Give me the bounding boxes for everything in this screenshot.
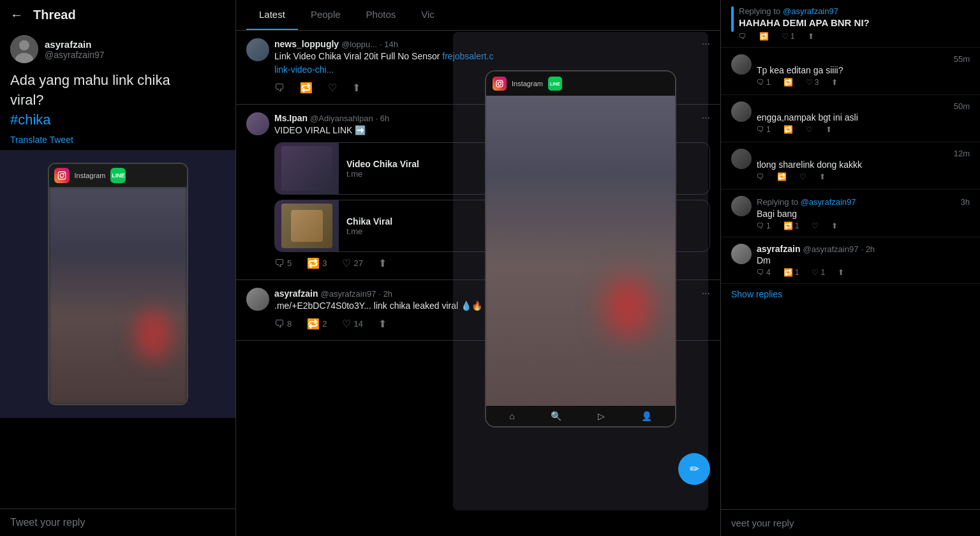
retweet-action[interactable]: 🔁 bbox=[300, 82, 313, 94]
svg-point-7 bbox=[498, 82, 501, 86]
retweet-btn-3[interactable]: 🔁 bbox=[777, 172, 787, 181]
instagram-label: Instagram bbox=[75, 172, 106, 179]
reply-header-2: 50m engga,nampak bgt ini asli 🗨1 🔁 ♡ ⬆ bbox=[731, 101, 970, 134]
translate-link[interactable]: Translate Tweet bbox=[0, 135, 235, 150]
like-action[interactable]: ♡27 bbox=[342, 257, 362, 269]
home-icon[interactable]: ⌂ bbox=[509, 411, 514, 421]
share-icon-2: ⬆ bbox=[826, 125, 832, 134]
replying-handle-4[interactable]: @asyrafzain97 bbox=[801, 197, 856, 207]
reply-item: asyrafzain @asyrafzain97 · 2h Dm 🗨4 🔁1 ♡… bbox=[721, 237, 980, 284]
share-icon: ⬆ bbox=[378, 318, 387, 330]
reply-item: 50m engga,nampak bgt ini asli 🗨1 🔁 ♡ ⬆ bbox=[721, 95, 980, 142]
reply-name-5: asyrafzain bbox=[757, 244, 800, 254]
share-action[interactable]: ⬆ bbox=[378, 257, 387, 269]
retweet-action[interactable]: 🔁3 bbox=[307, 257, 327, 269]
like-btn-1[interactable]: ♡3 bbox=[806, 78, 819, 87]
reply-btn-0[interactable]: 🗨 bbox=[739, 32, 746, 41]
share-btn-4[interactable]: ⬆ bbox=[831, 221, 838, 230]
retweet-btn-1[interactable]: 🔁 bbox=[783, 78, 793, 87]
reply-actions-2: 🗨1 🔁 ♡ ⬆ bbox=[757, 125, 970, 134]
author-name: asyrafzain bbox=[45, 39, 105, 50]
reply-btn-2[interactable]: 🗨1 bbox=[757, 125, 771, 134]
reply-icon: 🗨 bbox=[274, 318, 285, 330]
like-action[interactable]: ♡14 bbox=[342, 318, 362, 330]
thread-line bbox=[731, 6, 734, 32]
reply-icon-5: 🗨 bbox=[757, 268, 764, 277]
tab-latest[interactable]: Latest bbox=[246, 0, 298, 30]
reply-btn-5[interactable]: 🗨4 bbox=[757, 268, 771, 277]
like-btn-4[interactable]: ♡ bbox=[812, 221, 819, 230]
like-btn-2[interactable]: ♡ bbox=[806, 125, 813, 134]
reply-item: Replying to @asyrafzain97 HAHAHA DEMI AP… bbox=[721, 0, 980, 48]
share-btn-1[interactable]: ⬆ bbox=[831, 78, 838, 87]
like-btn-3[interactable]: ♡ bbox=[799, 172, 806, 181]
play-icon[interactable]: ▷ bbox=[598, 411, 605, 421]
heart-icon: ♡ bbox=[328, 82, 337, 94]
search-icon[interactable]: 🔍 bbox=[551, 411, 561, 421]
share-action[interactable]: ⬆ bbox=[378, 318, 387, 330]
reply-btn-4[interactable]: 🗨1 bbox=[757, 221, 771, 230]
like-btn-5[interactable]: ♡1 bbox=[812, 268, 825, 277]
share-btn-0[interactable]: ⬆ bbox=[808, 32, 814, 41]
reply-placeholder[interactable]: Tweet your reply bbox=[10, 517, 85, 528]
tweet-handle: @Adiyansahlpan bbox=[310, 114, 373, 123]
media-thumb-2 bbox=[275, 200, 339, 251]
tab-vic[interactable]: Vic bbox=[408, 0, 447, 30]
reply-text-3: tlong sharelink dong kakkk bbox=[757, 160, 970, 170]
reply-action[interactable]: 🗨8 bbox=[274, 318, 292, 330]
show-replies-button[interactable]: Show replies bbox=[721, 284, 980, 304]
tweet-hashtag[interactable]: #chika bbox=[10, 112, 51, 128]
reply-btn-3[interactable]: 🗨 bbox=[757, 172, 764, 181]
reply-avatar-4 bbox=[731, 196, 752, 216]
retweet-btn-4[interactable]: 🔁1 bbox=[783, 221, 799, 230]
retweet-icon-5: 🔁 bbox=[783, 268, 793, 277]
reply-time-1: 55m bbox=[954, 54, 970, 64]
reply-text-0: HAHAHA DEMI APA BNR NI? bbox=[739, 17, 970, 28]
reply-time-5: · 2h bbox=[861, 244, 875, 254]
retweet-btn-5[interactable]: 🔁1 bbox=[783, 268, 799, 277]
back-button[interactable]: ← bbox=[10, 8, 23, 22]
line-icon-overlay: LINE bbox=[548, 77, 562, 91]
tab-people[interactable]: People bbox=[298, 0, 353, 30]
replying-to-label: Replying to bbox=[739, 6, 780, 16]
compose-fab[interactable]: ✏ bbox=[678, 453, 710, 485]
reply-icon-4: 🗨 bbox=[757, 221, 764, 230]
reply-action[interactable]: 🗨 bbox=[274, 82, 285, 94]
reply-text-1: Tp kea editan ga siiii? bbox=[757, 65, 970, 75]
share-btn-3[interactable]: ⬆ bbox=[819, 172, 826, 181]
retweet-icon-4: 🔁 bbox=[783, 221, 793, 230]
svg-rect-6 bbox=[496, 80, 503, 87]
tweet-author-row: asyrafzain @asyrafzain97 bbox=[0, 30, 235, 68]
tab-photos[interactable]: Photos bbox=[353, 0, 409, 30]
instagram-icon bbox=[54, 168, 70, 183]
reply-btn-1[interactable]: 🗨1 bbox=[757, 78, 771, 87]
tweet-text-line2: viral? bbox=[10, 92, 44, 108]
overlay-phone-content bbox=[486, 96, 675, 406]
tweet-link-url[interactable]: link-video-chi... bbox=[274, 64, 334, 75]
tweet-time: · 6h bbox=[376, 114, 390, 123]
retweet-btn-2[interactable]: 🔁 bbox=[783, 125, 793, 134]
share-icon-3: ⬆ bbox=[819, 172, 826, 181]
reply-item: Replying to @asyrafzain97 3h Bagi bang 🗨… bbox=[721, 190, 980, 237]
replying-to-handle[interactable]: @asyrafzain97 bbox=[783, 6, 838, 16]
profile-icon[interactable]: 👤 bbox=[641, 411, 652, 421]
reply-avatar-1 bbox=[731, 54, 752, 75]
ig-label-overlay: Instagram bbox=[512, 80, 543, 87]
reply-header-3: 12m tlong sharelink dong kakkk 🗨 🔁 ♡ ⬆ bbox=[731, 149, 970, 181]
reply-action[interactable]: 🗨5 bbox=[274, 258, 292, 269]
share-btn-2[interactable]: ⬆ bbox=[826, 125, 832, 134]
heart-icon-2: ♡ bbox=[806, 125, 813, 134]
tweet-handle: @asyrafzain97 bbox=[320, 289, 376, 299]
share-btn-5[interactable]: ⬆ bbox=[838, 268, 844, 277]
retweet-btn-0[interactable]: 🔁 bbox=[759, 32, 769, 41]
avatar-svg bbox=[10, 35, 38, 63]
share-action[interactable]: ⬆ bbox=[352, 82, 360, 94]
reply-input-bar: Tweet your reply bbox=[0, 509, 235, 536]
left-header: ← Thread bbox=[0, 0, 235, 30]
retweet-action[interactable]: 🔁2 bbox=[307, 318, 327, 330]
heart-icon-3: ♡ bbox=[799, 172, 806, 181]
reply-handle-5: @asyrafzain97 bbox=[803, 244, 858, 254]
like-action[interactable]: ♡ bbox=[328, 82, 337, 94]
right-reply-placeholder[interactable]: veet your reply bbox=[731, 517, 794, 528]
like-btn-0[interactable]: ♡1 bbox=[782, 32, 795, 41]
